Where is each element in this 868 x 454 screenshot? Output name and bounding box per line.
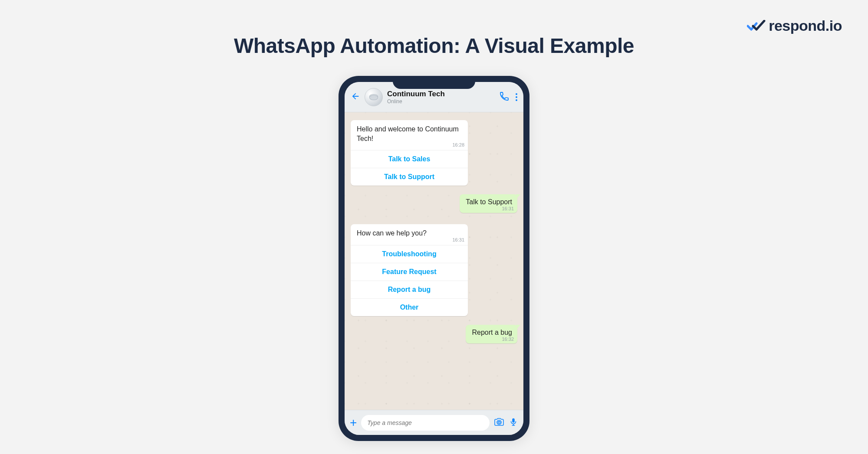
message-time: 16:31 [502,206,514,211]
svg-point-1 [369,95,378,100]
menu-dots-icon[interactable] [516,93,517,101]
call-icon[interactable] [499,91,510,103]
phone-frame: Continuum Tech Online Hello and welcome … [339,76,529,441]
contact-avatar[interactable] [365,88,383,106]
message-input[interactable] [361,415,490,431]
contact-name: Continuum Tech [387,90,495,98]
message-composer: + [345,410,523,435]
quick-reply-button[interactable]: Other [351,298,468,316]
page-title: WhatsApp Automation: A Visual Example [0,34,868,58]
message-content: How can we help you? [357,229,427,237]
outgoing-message: Talk to Support 16:31 [351,194,517,213]
quick-reply-button[interactable]: Troubleshooting [351,245,468,263]
message-time: 16:31 [452,237,464,243]
camera-icon[interactable] [494,417,504,429]
quick-reply-button[interactable]: Talk to Support [351,168,468,186]
message-text: Hello and welcome to Continuum Tech! 16:… [351,120,468,150]
outgoing-message: Report a bug 16:32 [351,325,517,343]
svg-rect-3 [512,418,515,422]
phone-notch [393,76,475,89]
incoming-message: Hello and welcome to Continuum Tech! 16:… [351,120,517,186]
incoming-message: How can we help you? 16:31 Troubleshooti… [351,224,517,316]
header-actions [499,91,517,103]
quick-reply-button[interactable]: Report a bug [351,281,468,298]
attach-plus-icon[interactable]: + [350,416,357,430]
quick-reply-button[interactable]: Feature Request [351,263,468,281]
brand-logo: respond.io [747,17,842,34]
respond-logo-icon [747,20,766,32]
svg-point-2 [498,421,500,423]
brand-name: respond.io [769,17,842,34]
message-content: Talk to Support [466,198,512,206]
message-content: Report a bug [472,329,512,336]
phone-screen: Continuum Tech Online Hello and welcome … [345,82,523,435]
back-arrow-icon[interactable] [351,91,360,103]
microphone-icon[interactable] [509,417,518,428]
contact-meta[interactable]: Continuum Tech Online [387,90,495,105]
message-time: 16:28 [452,142,464,148]
chat-body[interactable]: Hello and welcome to Continuum Tech! 16:… [345,112,523,410]
message-content: Hello and welcome to Continuum Tech! [357,125,459,142]
quick-reply-button[interactable]: Talk to Sales [351,150,468,168]
message-time: 16:32 [502,336,514,342]
contact-status: Online [387,98,495,105]
message-text: How can we help you? 16:31 [351,224,468,245]
